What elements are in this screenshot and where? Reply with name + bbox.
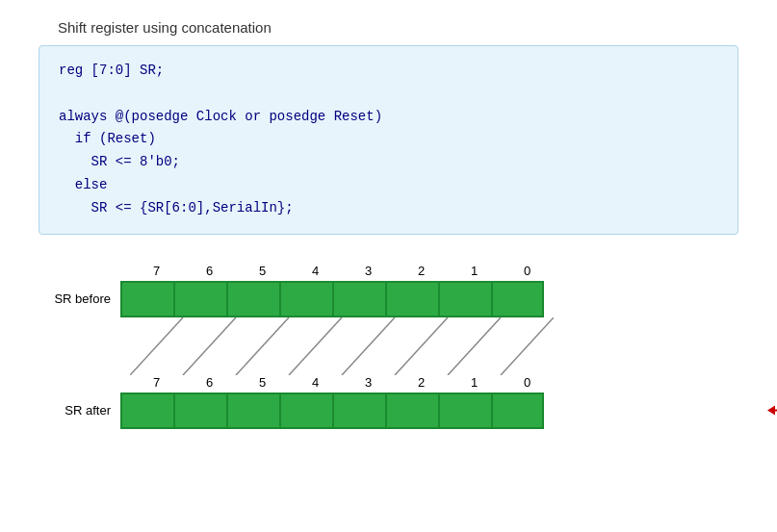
diag-2-3 <box>342 317 395 375</box>
bit-3-top: 3 <box>342 264 395 278</box>
sr-after-cells <box>120 393 544 429</box>
arrow <box>767 406 777 416</box>
arrow-head-icon <box>767 406 775 416</box>
bit-6-bot: 6 <box>183 375 236 390</box>
bit-5-top: 5 <box>236 264 289 278</box>
bit-7-bot: 7 <box>130 375 183 390</box>
bit-5-bot: 5 <box>236 375 289 390</box>
sr-before-label: SR before <box>48 291 120 306</box>
code-line6: else <box>59 177 107 192</box>
diagram: 7 6 5 4 3 2 1 0 SR before <box>48 264 738 429</box>
code-line5: SR <= 8'b0; <box>59 154 180 169</box>
cell-after-3 <box>332 393 385 429</box>
cell-before-4 <box>279 281 332 317</box>
top-bit-numbers: 7 6 5 4 3 2 1 0 <box>130 264 738 278</box>
bit-1-bot: 1 <box>448 375 501 390</box>
diagonal-lines-svg <box>130 317 554 375</box>
sr-before-cells <box>120 281 544 317</box>
bit-4-top: 4 <box>289 264 342 278</box>
cell-after-1 <box>438 393 491 429</box>
bit-7-top: 7 <box>130 264 183 278</box>
cell-after-6 <box>173 393 226 429</box>
bit-6-top: 6 <box>183 264 236 278</box>
bit-2-bot: 2 <box>395 375 448 390</box>
diagonal-area <box>130 317 554 375</box>
bit-1-top: 1 <box>448 264 501 278</box>
cell-after-0 <box>491 393 544 429</box>
cell-before-5 <box>226 281 279 317</box>
code-line3: always @(posedge Clock or posedge Reset) <box>59 109 382 124</box>
cell-before-3 <box>332 281 385 317</box>
bit-3-bot: 3 <box>342 375 395 390</box>
bottom-bit-numbers: 7 6 5 4 3 2 1 0 <box>130 375 738 390</box>
cell-after-4 <box>279 393 332 429</box>
diag-1-2 <box>395 317 448 375</box>
cell-after-2 <box>385 393 438 429</box>
serial-in-annotation: SerialIn <box>767 397 777 423</box>
bit-0-top: 0 <box>501 264 554 278</box>
diag-serial-0 <box>501 317 554 375</box>
code-line7: SR <= {SR[6:0],SerialIn}; <box>59 200 294 215</box>
page-title: Shift register using concatenation <box>58 19 738 36</box>
diag-0-1 <box>448 317 501 375</box>
code-block: reg [7:0] SR; always @(posedge Clock or … <box>39 45 738 235</box>
sr-before-row: SR before <box>48 281 738 317</box>
cell-before-7 <box>120 281 173 317</box>
diag-5-6 <box>183 317 236 375</box>
code-line4: if (Reset) <box>59 131 156 146</box>
bit-0-bot: 0 <box>501 375 554 390</box>
diag-6-7 <box>130 317 183 375</box>
code-line1: reg [7:0] SR; <box>59 63 164 78</box>
cell-before-2 <box>385 281 438 317</box>
cell-before-6 <box>173 281 226 317</box>
cell-before-0 <box>491 281 544 317</box>
diag-3-4 <box>289 317 342 375</box>
bit-4-bot: 4 <box>289 375 342 390</box>
bit-2-top: 2 <box>395 264 448 278</box>
sr-after-row: SR after SerialIn <box>48 393 738 429</box>
cell-after-5 <box>226 393 279 429</box>
diag-4-5 <box>236 317 289 375</box>
cell-after-7 <box>120 393 173 429</box>
sr-after-label: SR after <box>48 403 120 418</box>
cell-before-1 <box>438 281 491 317</box>
